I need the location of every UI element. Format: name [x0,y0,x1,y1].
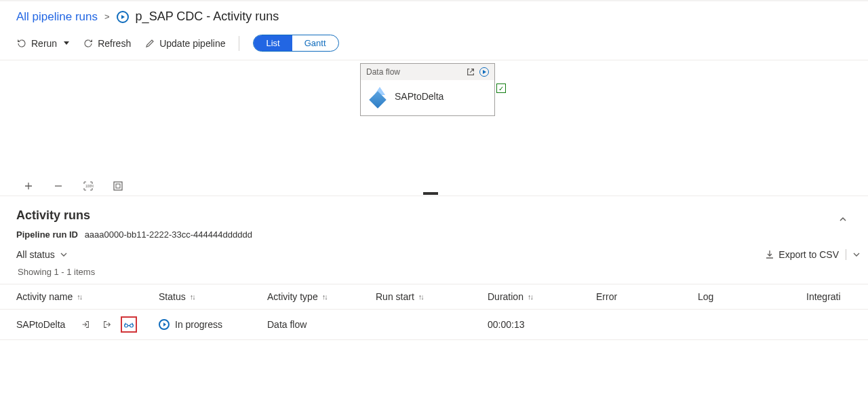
success-check-icon: ✓ [496,84,506,93]
export-label: Export to CSV [778,249,839,260]
refresh-button[interactable]: Refresh [83,38,131,49]
separator [846,249,846,260]
col-run-start[interactable]: Run start↑↓ [376,291,488,302]
pipeline-run-id: Pipeline run ID aaaa0000-bb11-2222-33cc-… [16,229,852,240]
col-status[interactable]: Status↑↓ [159,291,267,302]
cell-duration: 00:00:13 [488,319,596,330]
chevron-down-icon [853,251,860,258]
in-progress-icon [159,319,170,330]
sort-icon: ↑↓ [322,293,327,301]
canvas-tools: 100% [23,181,123,191]
status-text: In progress [175,319,222,330]
open-external-icon[interactable] [466,67,475,77]
run-id-label: Pipeline run ID [16,229,78,240]
run-id-value: aaaa0000-bb11-2222-33cc-444444dddddd [85,229,252,240]
table-header: Activity name↑↓ Status↑↓ Activity type↑↓… [0,284,868,309]
view-toggle: List Gantt [253,35,338,52]
sort-icon: ↑↓ [77,293,81,301]
result-count: Showing 1 - 1 items [0,267,868,284]
table-row: SAPtoDelta In progress Data flow 00:00:1… [0,309,868,340]
chevron-down-icon [60,251,67,258]
caret-down-icon [64,41,69,45]
section-heading: Activity runs [16,208,90,223]
page-title: p_SAP CDC - Activity runs [136,10,279,24]
activity-name-text: SAPtoDelta [16,319,65,330]
refresh-icon [83,38,94,49]
svg-rect-1 [114,182,122,190]
toolbar-divider [239,36,239,51]
filter-row: All status Export to CSV [0,249,868,267]
glasses-details-icon[interactable] [121,316,137,333]
activity-runs-section: Activity runs Pipeline run ID aaaa0000-b… [0,196,868,240]
export-csv-button[interactable]: Export to CSV [765,249,839,260]
cell-activity-type: Data flow [267,319,376,330]
input-icon[interactable] [77,316,94,333]
output-icon[interactable] [99,316,115,333]
collapse-section-button[interactable] [834,210,852,228]
node-title: SAPtoDelta [395,91,443,102]
zoom-out-button[interactable] [53,181,64,191]
node-header: Data flow [361,64,494,80]
view-gantt-button[interactable]: Gantt [292,35,338,51]
sort-icon: ↑↓ [418,293,423,301]
download-icon [765,250,774,259]
node-body: SAPtoDelta [361,80,494,115]
rerun-label: Rerun [31,38,57,49]
breadcrumb: All pipeline runs > p_SAP CDC - Activity… [0,1,868,26]
col-activity-type[interactable]: Activity type↑↓ [267,291,376,302]
zoom-in-button[interactable] [23,181,34,191]
pipeline-icon [117,11,129,23]
refresh-label: Refresh [98,38,131,49]
resize-handle[interactable] [423,192,438,195]
chevron-right-icon: > [104,12,110,22]
update-label: Update pipeline [159,38,225,49]
col-error[interactable]: Error [596,291,698,302]
col-log[interactable]: Log [698,291,806,302]
run-state-icon [479,67,489,77]
dataflow-icon [369,87,388,106]
pencil-icon [144,38,155,49]
rerun-icon [16,38,27,49]
breadcrumb-root-link[interactable]: All pipeline runs [16,10,98,24]
update-pipeline-button[interactable]: Update pipeline [144,38,225,49]
activity-table: Activity name↑↓ Status↑↓ Activity type↑↓… [0,284,868,340]
dataflow-node[interactable]: Data flow SAPtoDelta [360,63,495,116]
col-activity-name[interactable]: Activity name↑↓ [16,291,159,302]
status-filter-dropdown[interactable]: All status [16,249,67,260]
col-duration[interactable]: Duration↑↓ [488,291,596,302]
toolbar: Rerun Refresh Update pipeline List Gantt [0,26,868,60]
col-integration[interactable]: Integrati [806,291,868,302]
zoom-fit-button[interactable]: 100% [83,181,94,191]
rerun-button[interactable]: Rerun [16,38,69,49]
svg-text:100%: 100% [85,184,94,188]
export-more-button[interactable] [853,251,860,258]
export-area: Export to CSV [765,249,860,260]
node-type-label: Data flow [366,67,400,77]
status-filter-label: All status [16,249,55,260]
cell-activity-name: SAPtoDelta [16,316,159,333]
sort-icon: ↑↓ [528,293,532,301]
svg-rect-2 [116,184,120,188]
fullscreen-button[interactable] [113,181,123,191]
sort-icon: ↑↓ [190,293,195,301]
cell-status: In progress [159,319,267,330]
view-list-button[interactable]: List [254,35,292,51]
pipeline-canvas[interactable]: Data flow SAPtoDelta ✓ 100% [0,60,868,196]
